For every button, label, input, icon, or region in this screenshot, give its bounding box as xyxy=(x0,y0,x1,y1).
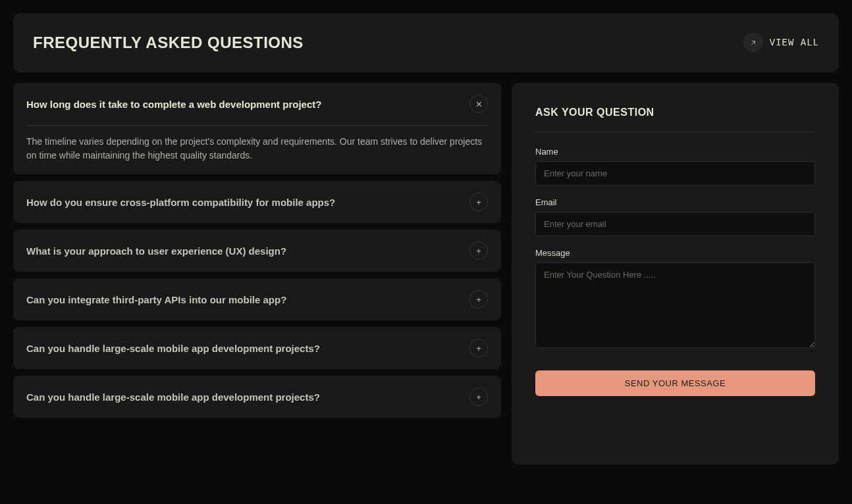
plus-icon[interactable]: + xyxy=(469,290,488,309)
faq-item: Can you integrate third-party APIs into … xyxy=(13,278,501,320)
plus-icon[interactable]: + xyxy=(469,339,488,357)
faq-item: Can you handle large-scale mobile app de… xyxy=(13,376,501,418)
email-label: Email xyxy=(535,197,815,207)
faq-toggle-row[interactable]: Can you integrate third-party APIs into … xyxy=(26,290,488,309)
faq-item: Can you handle large-scale mobile app de… xyxy=(13,327,501,369)
content-row: How long does it take to complete a web … xyxy=(13,83,839,465)
name-field-group: Name xyxy=(535,147,815,186)
arrow-up-right-icon xyxy=(743,33,763,53)
question-form-panel: ASK YOUR QUESTION Name Email Message SEN… xyxy=(512,83,839,465)
faq-toggle-row[interactable]: How do you ensure cross-platform compati… xyxy=(26,193,488,211)
divider xyxy=(26,125,488,126)
question-form-card: ASK YOUR QUESTION Name Email Message SEN… xyxy=(512,83,839,465)
faq-question: How long does it take to complete a web … xyxy=(26,99,321,110)
email-field-group: Email xyxy=(535,197,815,236)
faq-header: FREQUENTLY ASKED QUESTIONS VIEW ALL xyxy=(13,13,839,72)
plus-icon[interactable]: + xyxy=(469,241,488,260)
name-input[interactable] xyxy=(535,161,815,186)
email-input[interactable] xyxy=(535,212,815,236)
view-all-label: VIEW ALL xyxy=(770,38,819,48)
message-textarea[interactable] xyxy=(535,263,815,348)
faq-question: How do you ensure cross-platform compati… xyxy=(26,197,335,208)
plus-icon[interactable]: + xyxy=(469,388,488,406)
send-message-button[interactable]: SEND YOUR MESSAGE xyxy=(535,370,815,396)
faq-toggle-row[interactable]: How long does it take to complete a web … xyxy=(26,95,488,113)
page-title: FREQUENTLY ASKED QUESTIONS xyxy=(33,34,304,52)
faq-question: Can you integrate third-party APIs into … xyxy=(26,294,286,305)
plus-icon[interactable]: + xyxy=(469,193,488,211)
faq-question: What is your approach to user experience… xyxy=(26,245,286,257)
faq-toggle-row[interactable]: What is your approach to user experience… xyxy=(26,241,488,260)
faq-question: Can you handle large-scale mobile app de… xyxy=(26,343,320,354)
form-title: ASK YOUR QUESTION xyxy=(535,107,815,118)
message-label: Message xyxy=(535,248,815,258)
message-field-group: Message xyxy=(535,248,815,351)
faq-item: What is your approach to user experience… xyxy=(13,230,501,272)
faq-list: How long does it take to complete a web … xyxy=(13,83,501,418)
name-label: Name xyxy=(535,147,815,157)
view-all-button[interactable]: VIEW ALL xyxy=(743,33,819,53)
divider xyxy=(535,132,815,132)
faq-item: How long does it take to complete a web … xyxy=(13,83,501,174)
faq-question: Can you handle large-scale mobile app de… xyxy=(26,391,320,403)
faq-item: How do you ensure cross-platform compati… xyxy=(13,181,501,223)
faq-answer: The timeline varies depending on the pro… xyxy=(26,135,488,163)
faq-toggle-row[interactable]: Can you handle large-scale mobile app de… xyxy=(26,339,488,357)
close-icon[interactable]: ✕ xyxy=(469,95,488,113)
faq-toggle-row[interactable]: Can you handle large-scale mobile app de… xyxy=(26,388,488,406)
